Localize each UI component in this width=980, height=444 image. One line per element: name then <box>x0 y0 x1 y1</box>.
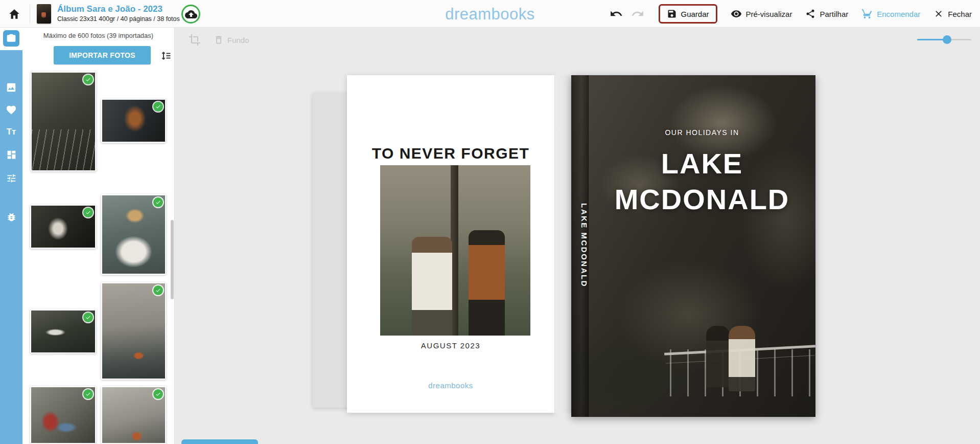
photo-thumbnail[interactable] <box>101 386 166 444</box>
share-icon <box>805 9 815 19</box>
camera-icon <box>6 33 16 43</box>
order-label: Encomendar <box>877 10 920 18</box>
selected-check-icon <box>83 75 93 84</box>
selected-check-icon <box>153 389 163 399</box>
share-button[interactable]: Partilhar <box>805 9 848 19</box>
photo-thumbnail[interactable] <box>30 309 96 353</box>
cover-fold-gutter <box>554 75 571 413</box>
heart-icon <box>6 104 17 116</box>
history-controls <box>610 7 644 20</box>
tool-favorites[interactable] <box>0 104 22 116</box>
photobook-editor: Álbum Sara e João - 2023 Classic 23x31 4… <box>0 0 980 444</box>
photo-limit-label: Máximo de 600 fotos (39 importadas) <box>22 32 174 39</box>
tool-photo-library[interactable] <box>0 82 22 93</box>
photos-panel: Máximo de 600 fotos (39 importadas) IMPO… <box>22 28 175 444</box>
sort-photos-button[interactable] <box>159 49 173 62</box>
figure-man-shape <box>469 230 505 336</box>
share-label: Partilhar <box>820 10 848 18</box>
selected-check-icon <box>153 102 163 112</box>
zoom-slider-handle[interactable] <box>943 35 951 44</box>
save-label: Guardar <box>681 10 709 18</box>
redo-icon[interactable] <box>631 7 644 20</box>
image-icon <box>6 82 17 93</box>
layout-icon <box>6 149 17 160</box>
preview-label: Pré-visualizar <box>746 10 792 18</box>
spine-title[interactable]: LAKE MCDONALD <box>571 203 589 287</box>
remove-background-button[interactable]: Fundo <box>214 32 249 48</box>
front-cover-title-line1[interactable]: LAKE <box>589 146 815 182</box>
selected-check-icon <box>153 285 163 295</box>
import-photos-button[interactable]: IMPORTAR FOTOS <box>54 46 151 64</box>
topbar-actions: Guardar Pré-visualizar Partilhar Encomen… <box>610 0 972 28</box>
undo-icon[interactable] <box>610 7 623 20</box>
crop-button[interactable] <box>187 32 202 48</box>
figure-man-shape <box>706 326 730 387</box>
close-label: Fechar <box>948 10 972 18</box>
selected-check-icon <box>83 389 93 399</box>
front-cover-kicker[interactable]: OUR HOLIDAYS IN <box>589 128 815 137</box>
tool-rail: Tт <box>0 28 22 444</box>
photo-thumbnail[interactable] <box>31 72 96 171</box>
top-bar: Álbum Sara e João - 2023 Classic 23x31 4… <box>0 0 980 28</box>
back-cover-page[interactable]: TO NEVER FORGET AUGUST 2023 dreambooks <box>347 75 554 413</box>
back-cover-caption[interactable]: AUGUST 2023 <box>347 341 554 350</box>
trash-icon <box>214 35 224 45</box>
close-icon <box>934 9 944 19</box>
front-cover-page[interactable]: LAKE MCDONALD OUR HOLIDAYS IN LAKE MCDON… <box>571 75 815 417</box>
back-cover-title[interactable]: TO NEVER FORGET <box>347 145 554 162</box>
pages-bar-tab[interactable] <box>181 439 258 444</box>
background-label: Fundo <box>227 36 249 45</box>
crop-icon <box>189 34 201 46</box>
preview-button[interactable]: Pré-visualizar <box>731 8 792 19</box>
front-cover-title-line2[interactable]: MCDONALD <box>589 182 815 217</box>
order-button[interactable]: Encomendar <box>861 8 920 19</box>
selected-check-icon <box>153 197 163 207</box>
eye-icon <box>731 8 742 19</box>
cart-icon <box>861 8 873 19</box>
figure-woman-shape <box>412 237 452 336</box>
editor-canvas: Fundo TO NEVER FORGET AUGUST 2023 dreamb… <box>175 28 980 444</box>
tool-text[interactable]: Tт <box>0 127 22 137</box>
figure-woman-shape <box>729 326 755 391</box>
tool-bug-report[interactable] <box>0 212 22 223</box>
tool-photos-camera[interactable] <box>3 30 19 47</box>
sliders-icon <box>6 173 17 184</box>
panel-scrollbar[interactable] <box>171 220 174 299</box>
photo-thumbnail[interactable] <box>101 194 166 275</box>
photo-thumbnail[interactable] <box>101 282 166 380</box>
back-cover-photo[interactable] <box>380 165 530 336</box>
close-button[interactable]: Fechar <box>934 9 972 19</box>
active-tool-background <box>0 28 22 50</box>
tool-adjustments[interactable] <box>0 173 22 184</box>
photo-thumbnail[interactable] <box>30 386 96 444</box>
tool-layouts[interactable] <box>0 149 22 160</box>
book-spine[interactable]: LAKE MCDONALD <box>571 75 589 417</box>
sort-icon <box>160 50 172 62</box>
photo-thumbnail[interactable] <box>30 205 96 249</box>
zoom-slider[interactable] <box>917 35 971 44</box>
bug-icon <box>6 212 17 223</box>
photo-thumbnail[interactable] <box>101 99 166 143</box>
selected-check-icon <box>83 313 93 322</box>
save-button[interactable]: Guardar <box>659 4 717 24</box>
back-cover-brand: dreambooks <box>347 381 554 390</box>
selected-check-icon <box>83 208 93 217</box>
save-icon <box>667 9 677 19</box>
front-cover-text: OUR HOLIDAYS IN LAKE MCDONALD <box>589 75 815 217</box>
text-icon: Tт <box>7 127 16 137</box>
